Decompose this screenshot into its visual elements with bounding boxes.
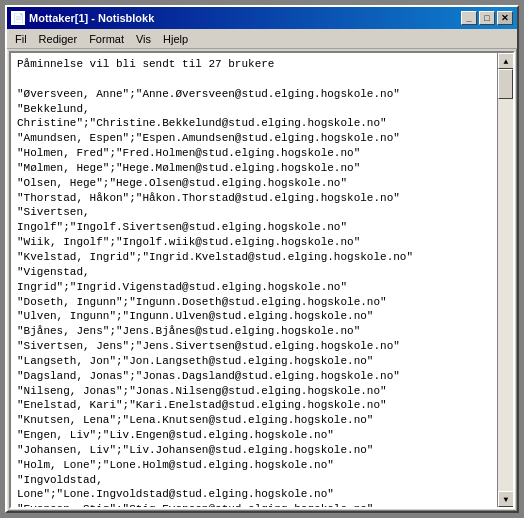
close-button[interactable]: ✕ xyxy=(497,11,513,25)
scroll-track[interactable] xyxy=(498,69,513,491)
menu-bar: Fil Rediger Format Vis Hjelp xyxy=(7,29,517,49)
menu-fil[interactable]: Fil xyxy=(9,31,33,47)
menu-format[interactable]: Format xyxy=(83,31,130,47)
text-editor[interactable]: Påminnelse vil bli sendt til 27 brukere … xyxy=(11,53,497,507)
menu-hjelp[interactable]: Hjelp xyxy=(157,31,194,47)
scroll-down-button[interactable]: ▼ xyxy=(498,491,514,507)
title-bar: 📄 Mottaker[1] - Notisblokk _ □ ✕ xyxy=(7,7,517,29)
scroll-thumb[interactable] xyxy=(498,69,513,99)
main-window: 📄 Mottaker[1] - Notisblokk _ □ ✕ Fil Red… xyxy=(5,5,519,513)
title-bar-left: 📄 Mottaker[1] - Notisblokk xyxy=(11,11,154,25)
app-icon: 📄 xyxy=(11,11,25,25)
maximize-button[interactable]: □ xyxy=(479,11,495,25)
scroll-up-button[interactable]: ▲ xyxy=(498,53,514,69)
title-bar-buttons: _ □ ✕ xyxy=(461,11,513,25)
content-area: Påminnelse vil bli sendt til 27 brukere … xyxy=(9,51,515,509)
menu-rediger[interactable]: Rediger xyxy=(33,31,84,47)
scrollbar: ▲ ▼ xyxy=(497,53,513,507)
minimize-button[interactable]: _ xyxy=(461,11,477,25)
menu-vis[interactable]: Vis xyxy=(130,31,157,47)
window-title: Mottaker[1] - Notisblokk xyxy=(29,12,154,24)
